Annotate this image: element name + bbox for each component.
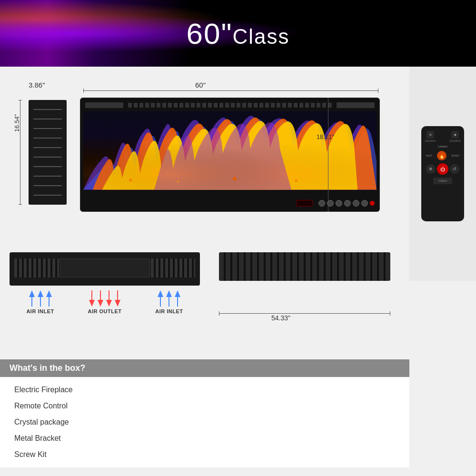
arrow-stem-d4 (117, 290, 118, 300)
arrows-down-center (89, 290, 120, 307)
size-number: 60 (186, 17, 221, 50)
list-item: Remote Control (14, 398, 395, 414)
flame-display (83, 111, 377, 190)
vent-left (85, 102, 123, 108)
arrow-down-3 (106, 300, 112, 307)
remote-icon-btn-1[interactable]: ❄ (426, 164, 436, 174)
main-content: 3.86" 60" 16.54" (0, 67, 476, 476)
bottom-parts-section: AIR INLET (10, 252, 395, 347)
remote-control: ✕ COLOR A ✦ COLOR B DIMMER HEAT 🔥 SPE (421, 126, 464, 221)
bottom-grill (14, 256, 195, 280)
remote-icon-row: ❄ ⏻ ↺ (425, 163, 460, 175)
control-btn-5[interactable] (353, 200, 359, 207)
grill-section-left (14, 258, 59, 278)
list-item: Crystal package (14, 414, 395, 430)
vent-line (33, 195, 62, 196)
top-vent-strip (85, 101, 375, 109)
box-items-list: Electric Fireplace Remote Control Crysta… (0, 377, 409, 467)
control-btn-6[interactable] (361, 200, 368, 207)
remote-color-b-btn[interactable]: ✦ (451, 131, 459, 139)
arrow-up-3 (46, 290, 52, 297)
air-inlet-left-group: AIR INLET (26, 290, 54, 314)
remote-heat-label: HEAT (426, 154, 432, 157)
remote-color-a-btn[interactable]: ✕ (426, 131, 434, 139)
header-title: 60"Class (186, 17, 289, 50)
list-item: Electric Fireplace (14, 382, 395, 398)
bottom-view-right: 54.33" (219, 252, 390, 295)
side-view (29, 100, 67, 205)
vent-line (33, 147, 62, 148)
list-item: Metal Bracket (14, 430, 395, 446)
arrows-up-left (29, 290, 52, 307)
vent-line (33, 138, 62, 139)
controls-strip (85, 198, 375, 208)
remote-timer-row: TIMER (425, 178, 460, 184)
dim-depth-label: 3.86" (29, 81, 45, 89)
arrow-down-4 (115, 300, 120, 307)
air-outlet-label: AIR OUTLET (88, 308, 122, 314)
remote-icon-btn-2[interactable]: ↺ (450, 164, 459, 174)
arrow-down-1 (89, 300, 95, 307)
control-display (296, 200, 313, 207)
size-unit: " (221, 17, 232, 50)
list-item: Screw Kit (14, 446, 395, 463)
remote-color-a-label: COLOR A (425, 139, 436, 142)
remote-middle-row: HEAT 🔥 SPEED (425, 151, 460, 160)
whats-in-box-section: What's in the box? Electric Fireplace Re… (0, 359, 409, 467)
fireplace-diagram: 3.86" 60" 16.54" (10, 71, 395, 248)
arrow-stem-r2 (169, 297, 169, 307)
arrow-up-1 (29, 290, 35, 297)
grill-section-center (60, 258, 150, 278)
dim-line-width (83, 90, 378, 91)
bottom-right-image (219, 252, 390, 281)
arrow-stem-2 (40, 297, 41, 307)
arrow-down-2 (98, 300, 103, 307)
dim-width-label: 60" (195, 81, 206, 89)
remote-speed-label: SPEED (451, 154, 459, 157)
diagram-section: 3.86" 60" 16.54" (0, 67, 409, 476)
vent-line (33, 157, 62, 158)
air-inlet-left-label: AIR INLET (26, 308, 54, 314)
vent-line (33, 176, 62, 177)
remote-timer-button[interactable]: TIMER (433, 178, 452, 184)
dim-height-front-label: 18.11" (317, 133, 334, 140)
box-header: What's in the box? (0, 359, 409, 377)
remote-top-row: ✕ COLOR A ✦ COLOR B (425, 131, 460, 142)
vent-line (33, 119, 62, 119)
arrow-stem-d3 (109, 290, 109, 300)
dim-line-height-front (328, 98, 328, 212)
bottom-view-left (10, 252, 200, 286)
control-btn-3[interactable] (336, 200, 342, 207)
air-inlet-right-label: AIR INLET (155, 308, 183, 314)
dim-line-bottom-width (219, 313, 390, 314)
header-banner: 60"Class (0, 0, 476, 67)
arrow-stem-r3 (177, 297, 178, 307)
svg-rect-8 (83, 112, 377, 190)
control-btn-4[interactable] (344, 200, 351, 207)
control-power-dot[interactable] (370, 201, 375, 206)
remote-flame-button[interactable]: 🔥 (437, 151, 446, 160)
air-flow-diagram: AIR INLET (10, 290, 200, 314)
dim-bottom-width-label: 54.33" (271, 314, 290, 322)
remote-timer-label: TIMER (438, 179, 447, 182)
vent-center (128, 103, 332, 108)
control-btn-1[interactable] (318, 200, 325, 207)
arrow-up-2 (38, 290, 43, 297)
size-class: Class (232, 25, 289, 48)
arrow-up-r1 (158, 290, 163, 297)
vent-right (337, 102, 375, 108)
bottom-grill-right (219, 252, 390, 281)
remote-power-button[interactable]: ⏻ (437, 163, 448, 175)
arrow-stem-1 (31, 297, 32, 307)
remote-section: ✕ COLOR A ✦ COLOR B DIMMER HEAT 🔥 SPE (409, 67, 476, 281)
vent-line (33, 109, 62, 110)
dim-height-side-label: 16.54" (13, 114, 20, 132)
box-header-text: What's in the box? (10, 363, 85, 373)
arrow-stem-d2 (100, 290, 101, 300)
arrows-up-right (158, 290, 180, 307)
vent-line (33, 128, 62, 129)
grill-section-right (151, 258, 196, 278)
vent-line (33, 185, 62, 186)
fireplace-front-view (80, 98, 380, 212)
arrow-stem-d1 (91, 290, 92, 300)
